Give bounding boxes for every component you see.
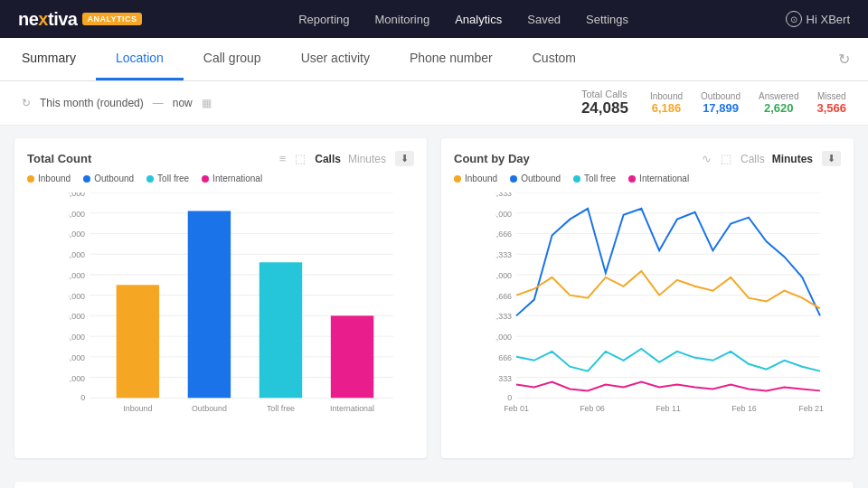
svg-text:1,000: 1,000 [495, 333, 512, 342]
line-intl [516, 382, 820, 391]
tab-summary[interactable]: Summary [18, 38, 96, 80]
line-toggle-calls[interactable]: Calls [741, 153, 765, 165]
line-outbound [516, 209, 820, 316]
svg-text:2,333: 2,333 [495, 250, 512, 259]
line-chart-icon[interactable]: ∿ [702, 152, 712, 165]
hourly-average-card: Hourly Average ▦ ⬚ Calls Minutes [14, 482, 854, 488]
svg-text:333: 333 [498, 374, 512, 383]
svg-text:12,000: 12,000 [69, 271, 85, 280]
svg-text:6,000: 6,000 [69, 333, 85, 342]
svg-text:Outbound: Outbound [192, 404, 227, 413]
tab-useractivity[interactable]: User activity [281, 38, 390, 80]
answered-label: Answered [759, 91, 798, 101]
nav-reporting[interactable]: Reporting [298, 13, 349, 26]
missed-value: 3,566 [816, 101, 846, 115]
svg-text:3,333: 3,333 [495, 192, 512, 198]
svg-text:International: International [330, 404, 374, 413]
legend-label-tollfree: Toll free [157, 174, 189, 183]
inbound-stat: Inbound 6,186 [650, 91, 683, 115]
missed-label: Missed [817, 91, 846, 101]
line-chart-area: 3,333 3,000 2,666 2,333 2,000 1,666 1,33… [454, 192, 841, 446]
svg-text:666: 666 [498, 353, 512, 362]
bar-outbound [188, 211, 231, 398]
tab-location[interactable]: Location [96, 38, 184, 80]
tabstrip: Summary Location Call group User activit… [18, 38, 596, 80]
tab-custom[interactable]: Custom [513, 38, 596, 80]
filter-dash: — [153, 97, 164, 109]
bar-intl [331, 315, 373, 398]
filterbar: ↻ This month (rounded) — now ▦ Total Cal… [0, 81, 868, 126]
nav-settings[interactable]: Settings [586, 13, 628, 26]
svg-text:8,000: 8,000 [69, 312, 85, 321]
svg-text:3,000: 3,000 [495, 210, 512, 219]
svg-text:Toll free: Toll free [267, 404, 295, 413]
nav-analytics[interactable]: Analytics [455, 13, 502, 26]
inbound-label: Inbound [650, 91, 683, 101]
outbound-label: Outbound [701, 91, 741, 101]
line-legend-dot-inbound [454, 175, 461, 183]
count-by-day-header: Count by Day ∿ ⬚ Calls Minutes ⬇ [454, 151, 841, 166]
svg-text:Feb 11: Feb 11 [656, 404, 681, 413]
tabstrip-wrapper: Summary Location Call group User activit… [0, 38, 868, 81]
filter-refresh-icon[interactable]: ↻ [22, 97, 31, 109]
total-count-card: Total Count ≡ ⬚ Calls Minutes ⬇ Inbound … [14, 138, 427, 458]
line-legend-tollfree: Toll free [573, 174, 616, 183]
total-count-header: Total Count ≡ ⬚ Calls Minutes ⬇ [27, 151, 414, 166]
total-calls-label: Total Calls [581, 89, 627, 99]
svg-text:16,000: 16,000 [69, 230, 85, 239]
calendar-icon[interactable]: ▦ [202, 97, 212, 109]
svg-text:10,000: 10,000 [69, 292, 85, 301]
nav-saved[interactable]: Saved [527, 13, 561, 26]
svg-text:Feb 01: Feb 01 [504, 404, 529, 413]
line-download-btn[interactable]: ⬇ [822, 151, 841, 166]
svg-text:2,000: 2,000 [495, 271, 512, 280]
user-menu[interactable]: ⊙ Hi XBert [786, 11, 850, 27]
line-legend-dot-tollfree [573, 175, 580, 183]
sub-stats: Inbound 6,186 Outbound 17,899 Answered 2… [650, 91, 846, 115]
legend-dot-inbound [27, 175, 34, 183]
svg-text:Inbound: Inbound [123, 404, 152, 413]
nav-monitoring[interactable]: Monitoring [375, 13, 430, 26]
bottom-section: Hourly Average ▦ ⬚ Calls Minutes [0, 471, 868, 488]
tab-callgroup[interactable]: Call group [184, 38, 281, 80]
line-chart-svg: 3,333 3,000 2,666 2,333 2,000 1,666 1,33… [495, 192, 841, 420]
line-chart-controls: ∿ ⬚ Calls Minutes ⬇ [702, 151, 841, 166]
line-expand-icon[interactable]: ⬚ [721, 152, 731, 165]
logo-text: nextiva [18, 9, 77, 30]
topnav: nextiva analytics Reporting Monitoring A… [0, 0, 868, 38]
bar-download-icon[interactable]: ⬚ [295, 152, 306, 165]
legend-label-inbound: Inbound [38, 174, 71, 183]
legend-dot-outbound [83, 175, 90, 183]
line-toggle-minutes[interactable]: Minutes [772, 153, 813, 165]
topnav-links: Reporting Monitoring Analytics Saved Set… [298, 13, 628, 26]
line-legend-dot-intl [628, 175, 636, 183]
answered-value: 2,620 [764, 101, 794, 115]
outbound-value: 17,899 [703, 101, 739, 115]
svg-text:Feb 06: Feb 06 [580, 404, 605, 413]
legend-label-outbound: Outbound [94, 174, 134, 183]
outbound-stat: Outbound 17,899 [701, 91, 741, 115]
line-legend-inbound: Inbound [454, 174, 497, 183]
bar-chart-icon[interactable]: ≡ [279, 152, 287, 165]
refresh-button[interactable]: ↻ [838, 51, 850, 68]
legend-intl: International [202, 174, 262, 183]
legend-outbound: Outbound [83, 174, 134, 183]
user-greeting: Hi XBert [807, 13, 850, 26]
bar-inbound [117, 285, 159, 398]
svg-text:4,000: 4,000 [69, 353, 85, 362]
bar-download-btn[interactable]: ⬇ [395, 151, 414, 166]
line-inbound [516, 271, 820, 309]
tab-phonenumber[interactable]: Phone number [390, 38, 513, 80]
svg-text:18,000: 18,000 [69, 210, 85, 219]
svg-text:1,333: 1,333 [495, 312, 512, 321]
line-legend-label-inbound: Inbound [465, 174, 497, 183]
svg-text:Feb 16: Feb 16 [731, 404, 757, 413]
svg-text:20,000: 20,000 [69, 192, 85, 198]
bar-toggle-minutes[interactable]: Minutes [348, 153, 386, 165]
legend-dot-intl [202, 175, 209, 183]
svg-text:0: 0 [80, 393, 85, 402]
svg-text:0: 0 [507, 393, 512, 402]
line-tollfree [516, 349, 820, 371]
legend-tollfree: Toll free [146, 174, 189, 183]
bar-toggle-calls[interactable]: Calls [315, 153, 341, 165]
